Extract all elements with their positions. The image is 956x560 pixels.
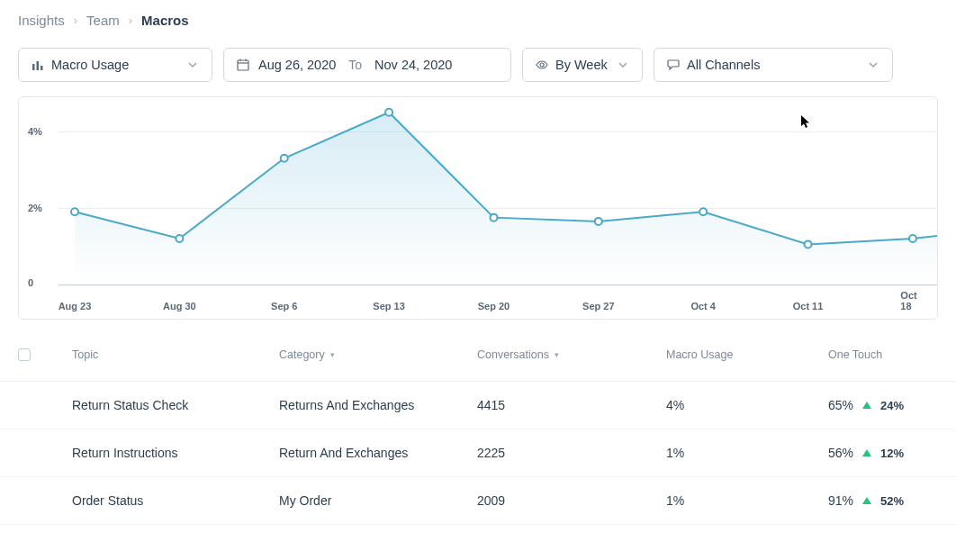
- breadcrumb-level-2[interactable]: Team: [86, 13, 120, 28]
- cell-macro-usage: 1%: [666, 446, 828, 460]
- breadcrumb-level-1[interactable]: Insights: [18, 13, 65, 28]
- cell-conversations: 2009: [477, 493, 666, 508]
- cell-conversations: 2225: [477, 446, 666, 460]
- cell-one-touch: 91% 52%: [828, 493, 956, 508]
- bar-icon: [32, 59, 44, 71]
- svg-point-9: [176, 235, 183, 242]
- header-category[interactable]: Category▾: [279, 348, 477, 361]
- svg-point-8: [71, 208, 78, 215]
- cell-category: My Order: [279, 493, 477, 508]
- svg-point-16: [909, 235, 916, 242]
- cell-topic: Return Status Check: [72, 398, 279, 412]
- xtick: Oct 18: [900, 290, 924, 312]
- breadcrumb-current: Macros: [141, 13, 189, 28]
- cell-category: Return And Exchanges: [279, 446, 477, 460]
- triangle-up-icon: [862, 497, 871, 504]
- chevron-down-icon: ▾: [555, 350, 559, 359]
- macro-usage-chart: 4% 2% 0 Aug 23Aug 30Sep 6Sep 13Sep 20Sep…: [18, 96, 938, 320]
- svg-rect-3: [238, 60, 248, 70]
- date-range-picker[interactable]: Aug 26, 2020 To Nov 24, 2020: [223, 48, 511, 82]
- date-from: Aug 26, 2020: [258, 58, 336, 72]
- svg-point-11: [385, 109, 392, 116]
- chevron-right-icon: ›: [74, 14, 77, 27]
- chevron-down-icon: [867, 59, 879, 71]
- cell-category: Returns And Exchanges: [279, 398, 477, 412]
- date-to: Nov 24, 2020: [374, 58, 452, 72]
- macro-usage-select[interactable]: Macro Usage: [18, 48, 212, 82]
- cell-one-touch: 56% 12%: [828, 446, 956, 460]
- breadcrumb: Insights › Team › Macros: [0, 0, 956, 33]
- ytick-2: 2%: [28, 203, 42, 213]
- ytick-4: 4%: [28, 126, 42, 137]
- cell-conversations: 4415: [477, 398, 666, 412]
- svg-rect-0: [32, 64, 35, 70]
- cell-one-touch: 65% 24%: [828, 398, 956, 412]
- svg-point-14: [699, 208, 707, 215]
- svg-point-10: [281, 155, 288, 162]
- group-by-select[interactable]: By Week: [522, 48, 643, 82]
- xtick: Sep 6: [271, 301, 297, 312]
- chat-icon: [667, 59, 680, 71]
- macro-usage-label: Macro Usage: [51, 58, 129, 72]
- svg-rect-1: [37, 61, 40, 70]
- table-header: Topic Category▾ Conversations▾ Macro Usa…: [0, 334, 956, 382]
- svg-point-15: [805, 240, 812, 248]
- eye-icon: [536, 59, 548, 71]
- svg-point-7: [540, 63, 544, 67]
- xtick: Oct 4: [690, 301, 716, 312]
- cell-topic: Return Instructions: [72, 446, 279, 460]
- xtick: Sep 13: [373, 301, 404, 312]
- svg-point-13: [595, 218, 602, 225]
- table-row[interactable]: Order Status My Order 2009 1% 91% 52%: [0, 477, 956, 525]
- cursor-pointer-icon: [801, 115, 812, 132]
- svg-rect-2: [41, 66, 43, 70]
- chevron-down-icon: ▾: [330, 350, 335, 359]
- triangle-up-icon: [862, 402, 871, 409]
- svg-point-12: [490, 214, 497, 221]
- ytick-0: 0: [28, 277, 33, 288]
- xtick: Sep 27: [582, 301, 614, 312]
- header-macro-usage[interactable]: Macro Usage: [666, 348, 828, 361]
- table-row[interactable]: Return Status Check Returns And Exchange…: [0, 382, 956, 429]
- filter-bar: Macro Usage Aug 26, 2020 To Nov 24, 2020…: [0, 33, 956, 96]
- cell-topic: Order Status: [72, 493, 279, 508]
- cell-macro-usage: 4%: [666, 398, 828, 412]
- channel-label: All Channels: [687, 58, 760, 72]
- date-to-label: To: [348, 58, 362, 72]
- table-row[interactable]: Return Instructions Return And Exchanges…: [0, 429, 956, 477]
- header-topic[interactable]: Topic: [72, 348, 279, 361]
- xtick: Aug 30: [163, 301, 196, 312]
- channel-select[interactable]: All Channels: [654, 48, 893, 82]
- triangle-up-icon: [862, 449, 871, 456]
- xtick: Aug 23: [59, 301, 92, 312]
- topics-table: Topic Category▾ Conversations▾ Macro Usa…: [0, 334, 956, 525]
- header-one-touch[interactable]: One Touch: [828, 348, 956, 361]
- xtick: Oct 11: [793, 301, 824, 312]
- chevron-down-icon: [617, 59, 629, 71]
- calendar-icon: [237, 59, 249, 71]
- group-by-label: By Week: [555, 58, 608, 72]
- xtick: Sep 20: [478, 301, 510, 312]
- header-conversations[interactable]: Conversations▾: [477, 348, 666, 361]
- chevron-down-icon: [186, 59, 199, 71]
- select-all-checkbox[interactable]: [18, 348, 31, 361]
- chevron-right-icon: ›: [129, 14, 132, 27]
- cell-macro-usage: 1%: [666, 493, 828, 508]
